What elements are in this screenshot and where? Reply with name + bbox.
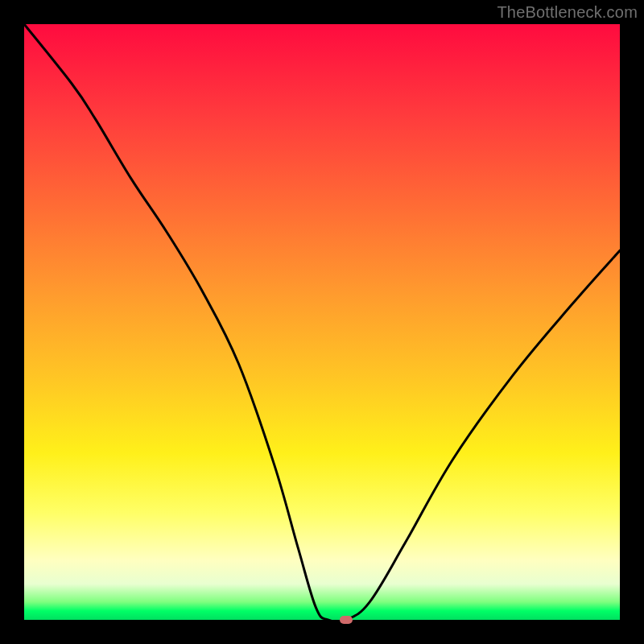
optimal-point-marker xyxy=(340,616,353,624)
watermark-text: TheBottleneck.com xyxy=(497,3,638,22)
chart-frame: TheBottleneck.com xyxy=(0,0,644,644)
bottleneck-curve xyxy=(24,24,620,620)
plot-area xyxy=(24,24,620,620)
